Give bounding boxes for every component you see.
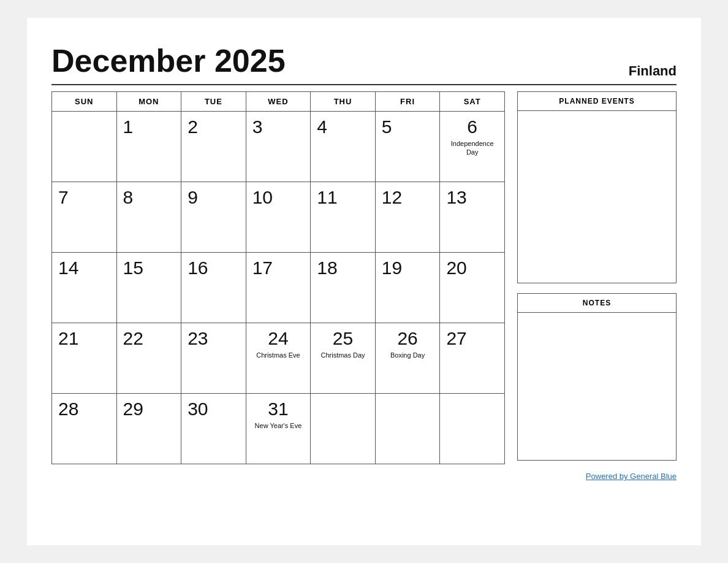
day-number: 4 (317, 117, 327, 137)
calendar-day-cell: 10 (246, 182, 311, 253)
holiday-name: New Year's Eve (255, 421, 302, 430)
calendar-day-cell: 28 (52, 394, 117, 464)
col-sun: SUN (52, 92, 117, 112)
day-number: 26 (397, 328, 417, 348)
day-number: 3 (252, 117, 263, 137)
holiday-name: Independence Day (446, 139, 498, 157)
holiday-name: Boxing Day (390, 351, 425, 359)
calendar-day-cell (311, 394, 376, 464)
day-number: 12 (382, 187, 402, 207)
holiday-name: Christmas Day (320, 351, 365, 359)
calendar-day-cell: 7 (52, 182, 117, 253)
day-number: 24 (268, 328, 288, 348)
powered-by: Powered by General Blue (51, 472, 677, 481)
day-number: 18 (317, 258, 337, 278)
days-header-row: SUN MON TUE WED THU FRI SAT (52, 92, 505, 112)
calendar-week-row: 21222324Christmas Eve25Christmas Day26Bo… (52, 323, 505, 394)
calendar-day-cell: 1 (116, 112, 181, 182)
day-number: 22 (123, 328, 143, 348)
powered-by-link[interactable]: Powered by General Blue (586, 472, 677, 481)
calendar-day-cell: 15 (116, 253, 181, 323)
calendar-day-cell: 18 (311, 253, 376, 323)
calendar-week-row: 28293031New Year's Eve (52, 394, 505, 464)
day-number: 10 (252, 187, 273, 207)
calendar-day-cell: 21 (52, 323, 117, 394)
day-number: 6 (467, 117, 477, 137)
calendar-day-cell: 13 (440, 182, 505, 253)
notes-body (518, 313, 676, 460)
calendar-day-cell: 4 (311, 112, 376, 182)
col-mon: MON (116, 92, 181, 112)
day-number: 17 (252, 258, 273, 278)
day-number: 15 (123, 258, 143, 278)
calendar-day-cell: 6Independence Day (440, 112, 505, 182)
calendar-day-cell: 9 (181, 182, 246, 253)
col-wed: WED (246, 92, 311, 112)
calendar-day-cell: 17 (246, 253, 311, 323)
calendar-day-cell: 24Christmas Eve (246, 323, 311, 394)
sidebar: PLANNED EVENTS NOTES (517, 91, 677, 464)
calendar-day-cell (440, 394, 505, 464)
day-number: 27 (446, 328, 466, 348)
calendar-day-cell: 20 (440, 253, 505, 323)
calendar-day-cell: 30 (181, 394, 246, 464)
col-sat: SAT (440, 92, 505, 112)
col-fri: FRI (375, 92, 440, 112)
day-number: 30 (188, 399, 208, 419)
calendar-day-cell: 27 (440, 323, 505, 394)
day-number: 13 (446, 187, 466, 207)
calendar-page: December 2025 Finland SUN MON TUE WED TH… (27, 18, 701, 545)
holiday-name: Christmas Eve (256, 351, 300, 359)
planned-events-header: PLANNED EVENTS (518, 92, 676, 111)
calendar-day-cell: 26Boxing Day (375, 323, 440, 394)
calendar-day-cell (52, 112, 117, 182)
calendar-day-cell: 19 (375, 253, 440, 323)
day-number: 19 (382, 258, 402, 278)
planned-events-box: PLANNED EVENTS (517, 91, 677, 283)
calendar-day-cell: 22 (116, 323, 181, 394)
day-number: 2 (188, 117, 198, 137)
country-title: Finland (629, 63, 677, 79)
planned-events-body (518, 111, 676, 283)
day-number: 7 (58, 187, 69, 207)
calendar-day-cell: 12 (375, 182, 440, 253)
calendar-day-cell: 31New Year's Eve (246, 394, 311, 464)
day-number: 1 (123, 117, 134, 137)
calendar-day-cell: 25Christmas Day (311, 323, 376, 394)
notes-header: NOTES (518, 294, 676, 313)
calendar-week-row: 123456Independence Day (52, 112, 505, 182)
day-number: 21 (58, 328, 78, 348)
main-content: SUN MON TUE WED THU FRI SAT 123456Indepe… (51, 91, 677, 464)
calendar-day-cell: 23 (181, 323, 246, 394)
day-number: 28 (58, 399, 78, 419)
calendar-header: December 2025 Finland (51, 42, 677, 85)
day-number: 23 (188, 328, 208, 348)
calendar-day-cell: 5 (375, 112, 440, 182)
calendar-day-cell (375, 394, 440, 464)
day-number: 9 (188, 187, 198, 207)
calendar-day-cell: 16 (181, 253, 246, 323)
day-number: 14 (58, 258, 78, 278)
calendar-week-row: 14151617181920 (52, 253, 505, 323)
calendar-week-row: 78910111213 (52, 182, 505, 253)
calendar-day-cell: 29 (116, 394, 181, 464)
day-number: 16 (188, 258, 208, 278)
col-thu: THU (311, 92, 376, 112)
day-number: 20 (446, 258, 466, 278)
day-number: 8 (123, 187, 134, 207)
notes-box: NOTES (517, 293, 677, 461)
calendar-day-cell: 2 (181, 112, 246, 182)
calendar-table: SUN MON TUE WED THU FRI SAT 123456Indepe… (51, 91, 505, 464)
col-tue: TUE (181, 92, 246, 112)
day-number: 29 (123, 399, 143, 419)
day-number: 25 (333, 328, 353, 348)
day-number: 11 (317, 187, 337, 207)
calendar-day-cell: 8 (116, 182, 181, 253)
calendar-day-cell: 11 (311, 182, 376, 253)
day-number: 5 (382, 117, 392, 137)
calendar-day-cell: 3 (246, 112, 311, 182)
calendar-day-cell: 14 (52, 253, 117, 323)
day-number: 31 (268, 399, 288, 419)
calendar-section: SUN MON TUE WED THU FRI SAT 123456Indepe… (51, 91, 505, 464)
month-title: December 2025 (51, 42, 286, 79)
